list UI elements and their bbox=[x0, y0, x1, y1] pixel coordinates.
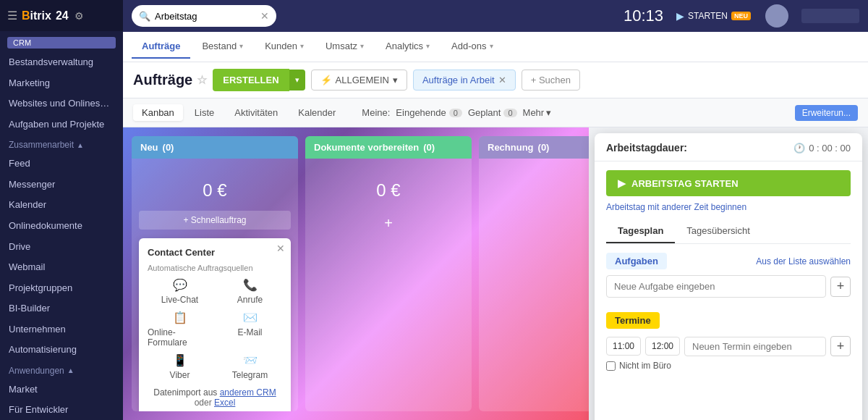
crm-link[interactable]: anderem CRM bbox=[220, 387, 276, 398]
view-tab-kalender[interactable]: Kalender bbox=[289, 104, 344, 121]
card-item-anrufe[interactable]: 📞 Anrufe bbox=[218, 278, 282, 305]
card-item-livechat[interactable]: 💬 Live-Chat bbox=[148, 278, 212, 305]
kanban-col-header-rechnung: Rechnung (0) bbox=[479, 136, 589, 159]
kanban-col-neu: Neu (0) 0 € + Schnellauftrag ✕ Contact C… bbox=[132, 136, 298, 411]
tab-bestand[interactable]: Bestand ▾ bbox=[192, 35, 253, 59]
sidebar-item-automatisierung[interactable]: Automatisierung bbox=[0, 339, 123, 360]
play-triangle-icon: ▶ bbox=[618, 177, 626, 189]
card-grid: 💬 Live-Chat 📞 Anrufe 📋 Online-Formulare bbox=[148, 278, 282, 380]
tab-umsatz[interactable]: Umsatz ▾ bbox=[315, 35, 374, 59]
sidebar-item-market[interactable]: Market bbox=[0, 379, 123, 400]
viber-label: Viber bbox=[170, 370, 190, 380]
suchen-button[interactable]: + Suchen bbox=[522, 70, 580, 91]
search-clear-icon[interactable]: ✕ bbox=[260, 10, 269, 22]
sidebar-item-bibuilder[interactable]: BI-Builder bbox=[0, 298, 123, 319]
chevron-down-icon-mehr: ▾ bbox=[546, 107, 551, 118]
view-tab-kanban[interactable]: Kanban bbox=[133, 104, 183, 121]
card-close-icon[interactable]: ✕ bbox=[276, 243, 285, 254]
meine-section: Meine: Eingehende 0 Geplant 0 Mehr ▾ bbox=[362, 107, 551, 118]
sidebar-item-messenger[interactable]: Messenger bbox=[0, 174, 123, 195]
dokumente-label: Dokumente vorbereiten bbox=[314, 142, 419, 153]
sidebar-item-aufgaben[interactable]: Aufgaben und Projekte bbox=[0, 114, 123, 135]
hamburger-icon[interactable]: ☰ bbox=[7, 9, 17, 22]
chevron-down-icon-2: ▾ bbox=[300, 42, 304, 50]
kanban-col-header-neu: Neu (0) bbox=[132, 136, 298, 159]
sidebar-item-websites[interactable]: Websites und Onlineshops bbox=[0, 93, 123, 114]
view-tab-aktivitaeten[interactable]: Aktivitäten bbox=[226, 104, 286, 121]
filter-button[interactable]: ⚡ ALLGEMEIN ▾ bbox=[311, 70, 407, 91]
create-arrow-button[interactable]: ▾ bbox=[289, 70, 305, 91]
arbeitstag-panel: Arbeitstagdauer: 🕐 0 : 00 : 00 ▶ ARBEITS… bbox=[595, 133, 862, 420]
time-display: 10:13 bbox=[624, 7, 663, 25]
clock-icon: 🕐 bbox=[793, 143, 805, 154]
view-tab-liste[interactable]: Liste bbox=[186, 104, 223, 121]
termin-time-start[interactable] bbox=[606, 337, 641, 356]
kanban-col-body-rechnung[interactable] bbox=[479, 159, 589, 411]
tab-auftrage[interactable]: Aufträge bbox=[132, 35, 190, 59]
kanban-col-body-dokumente[interactable]: 0 € + bbox=[305, 159, 472, 411]
dokumente-add-button[interactable]: + bbox=[312, 208, 464, 239]
kanban-col-body-neu[interactable]: 0 € + Schnellauftrag ✕ Contact Center Au… bbox=[132, 159, 298, 411]
neu-badge-topbar: NEU bbox=[731, 12, 751, 20]
settings-icon[interactable]: ⚙ bbox=[75, 10, 84, 22]
sidebar-item-marketing[interactable]: Marketing bbox=[0, 72, 123, 93]
sidebar-section-zusammenarbeit[interactable]: Zusammenarbeit ▲ bbox=[0, 134, 123, 153]
dokumente-total: 0 € bbox=[312, 166, 464, 208]
sidebar-item-onlinedokumente[interactable]: Onlinedokumente bbox=[0, 215, 123, 236]
anrufe-label: Anrufe bbox=[237, 295, 263, 305]
sidebar-section-anwendungen[interactable]: Anwendungen ▲ bbox=[0, 360, 123, 379]
avatar[interactable] bbox=[765, 4, 788, 28]
starten-button[interactable]: ▶ STARTEN NEU bbox=[676, 10, 751, 22]
sidebar-item-drive[interactable]: Drive bbox=[0, 236, 123, 257]
search-box[interactable]: 🔍 ✕ bbox=[132, 5, 276, 27]
sidebar-item-webmail[interactable]: Webmail bbox=[0, 256, 123, 277]
star-icon[interactable]: ☆ bbox=[197, 73, 207, 87]
meine-eingehende[interactable]: Eingehende 0 bbox=[396, 107, 462, 118]
arbeit-filter-button[interactable]: Aufträge in Arbeit ✕ bbox=[413, 70, 516, 91]
arbeit-sub-link[interactable]: Arbeitstag mit anderer Zeit beginnen bbox=[595, 202, 862, 219]
crm-badge[interactable]: CRM bbox=[7, 37, 116, 49]
erweiterung-button[interactable]: Erweiterun... bbox=[795, 105, 858, 121]
logo-num: 24 bbox=[56, 9, 69, 22]
card-item-email[interactable]: ✉️ E-Mail bbox=[218, 311, 282, 348]
logo: Bitrix bbox=[22, 9, 51, 22]
add-task-button[interactable]: + bbox=[830, 277, 851, 297]
chevron-down-icon-4: ▾ bbox=[426, 42, 430, 50]
chevron-up-icon: ▲ bbox=[77, 141, 84, 149]
panel-tab-tagesplan[interactable]: Tagesplan bbox=[606, 219, 675, 243]
termine-label: Termine bbox=[606, 312, 660, 329]
termin-time-end[interactable] bbox=[645, 337, 680, 356]
sidebar-item-kalender[interactable]: Kalender bbox=[0, 194, 123, 215]
card-item-formulare[interactable]: 📋 Online-Formulare bbox=[148, 311, 212, 348]
aufgaben-list-link[interactable]: Aus der Liste auswählen bbox=[756, 256, 851, 266]
sidebar-item-projektgruppen[interactable]: Projektgruppen bbox=[0, 277, 123, 298]
sidebar-item-bestandsverwaltung[interactable]: Bestandsverwaltung bbox=[0, 51, 123, 72]
arbeitstag-starten-button[interactable]: ▶ ARBEITSTAG STARTEN bbox=[606, 170, 851, 196]
panel-tab-tagesubersicht[interactable]: Tagesübersicht bbox=[675, 219, 761, 243]
card-item-viber[interactable]: 📱 Viber bbox=[148, 353, 212, 380]
email-icon: ✉️ bbox=[243, 311, 258, 324]
sidebar-item-entwickler[interactable]: Für Entwickler bbox=[0, 399, 123, 420]
schnellauftrag-button[interactable]: + Schnellauftrag bbox=[139, 211, 291, 230]
add-termin-button[interactable]: + bbox=[830, 336, 851, 356]
termin-input[interactable] bbox=[684, 337, 826, 356]
tab-addons[interactable]: Add-ons ▾ bbox=[441, 35, 503, 59]
close-filter-icon[interactable]: ✕ bbox=[498, 75, 506, 85]
telegram-icon: 📨 bbox=[243, 353, 258, 367]
excel-link[interactable]: Excel bbox=[214, 398, 235, 408]
search-input[interactable] bbox=[155, 11, 256, 22]
nicht-im-buero-checkbox[interactable] bbox=[606, 361, 616, 371]
user-name bbox=[801, 9, 859, 23]
sidebar-item-feed[interactable]: Feed bbox=[0, 153, 123, 174]
sidebar-item-unternehmen[interactable]: Unternehmen bbox=[0, 319, 123, 340]
tab-kunden[interactable]: Kunden ▾ bbox=[255, 35, 314, 59]
task-input[interactable] bbox=[606, 275, 826, 298]
card-item-telegram[interactable]: 📨 Telegram bbox=[218, 353, 282, 380]
meine-label: Meine: bbox=[362, 107, 390, 118]
meine-geplant[interactable]: Geplant 0 bbox=[468, 107, 517, 118]
tab-analytics[interactable]: Analytics ▾ bbox=[375, 35, 440, 59]
card-title: Contact Center bbox=[148, 247, 282, 258]
mehr-button[interactable]: Mehr ▾ bbox=[523, 107, 552, 118]
contact-center-card: ✕ Contact Center Automatische Auftragsqu… bbox=[139, 238, 291, 411]
create-button[interactable]: ERSTELLEN bbox=[213, 69, 289, 91]
